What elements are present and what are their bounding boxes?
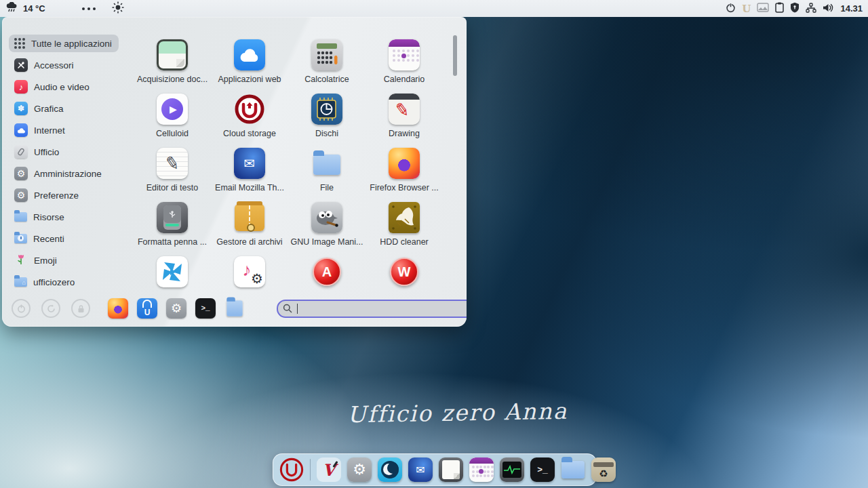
menu-scrollbar[interactable]	[453, 35, 457, 76]
thunderbird-icon: ✉	[234, 148, 265, 179]
sidebar-item-emoji[interactable]: Emoji	[9, 251, 64, 269]
app-label: Gestore di archivi	[216, 237, 282, 247]
music-config-icon: ♪⚙	[234, 256, 265, 287]
shutdown-button[interactable]	[12, 299, 31, 318]
volume-icon[interactable]	[823, 3, 834, 15]
app-label: Drawing	[389, 129, 420, 138]
sidebar-item-preferenze[interactable]: ⚙ Preferenze	[9, 186, 85, 204]
app-item-thunderbird[interactable]: ✉ Email Mozilla Th...	[211, 148, 288, 202]
app-label: Calendario	[384, 75, 425, 84]
firefox-icon	[389, 148, 420, 179]
document-scanner-icon	[157, 39, 188, 70]
recent-folder-icon	[14, 234, 27, 243]
app-label: Formatta penna ...	[138, 237, 207, 247]
sidebar-item-risorse[interactable]: Risorse	[9, 208, 71, 226]
web-apps-cloud-icon	[234, 39, 265, 70]
uz-writer-dock-icon[interactable]: V	[317, 458, 341, 482]
tulip-icon	[14, 253, 28, 267]
sidebar-item-internet[interactable]: Internet	[9, 121, 72, 139]
thunderbird-dock-icon[interactable]: ✉	[408, 458, 433, 482]
archive-zip-folder-icon	[234, 202, 265, 233]
wallpaper-tray-icon[interactable]	[757, 3, 769, 14]
sidebar-item-label: Ufficio	[34, 147, 59, 157]
terminal-dock-icon[interactable]: >_	[530, 458, 555, 482]
app-item-cloud-storage[interactable]: Cloud storage	[211, 94, 288, 148]
weather-rain-cloud-icon[interactable]	[5, 2, 19, 15]
usb-formatter-icon	[157, 202, 188, 233]
security-shield-icon[interactable]	[790, 2, 800, 15]
sidebar-item-tutte-le-applicazioni[interactable]: Tutte le applicazioni	[9, 35, 119, 52]
trash-dock-icon[interactable]: ♻	[591, 458, 616, 482]
sidebar-item-accessori[interactable]: Accessori	[9, 56, 81, 74]
app-item-editor-di-testo[interactable]: ✎ Editor di testo	[134, 148, 211, 202]
software-store-quick-icon[interactable]: U	[137, 298, 157, 319]
category-sidebar: Tutte le applicazioni Accessori ♪ Audio …	[9, 35, 143, 295]
cloud-icon	[14, 123, 28, 137]
app-label: Celluloid	[156, 129, 189, 138]
menu-bottom-bar: U ⚙ >_	[2, 290, 467, 327]
apps-grid-icon	[14, 38, 25, 49]
restart-button[interactable]	[41, 299, 60, 318]
panel-menu-dots-icon[interactable]	[82, 7, 96, 10]
clipboard-icon[interactable]	[775, 2, 784, 15]
web-browser-dock-icon[interactable]	[378, 458, 402, 482]
app-item-formatta-penna[interactable]: Formatta penna ...	[134, 202, 211, 256]
sidebar-item-grafica[interactable]: ✽ Grafica	[9, 100, 71, 117]
firefox-quick-icon[interactable]	[108, 298, 128, 319]
app-item-calcolatrice[interactable]: Calcolatrice	[288, 39, 366, 94]
network-icon[interactable]	[806, 3, 816, 15]
brightness-sun-icon[interactable]	[112, 1, 124, 16]
app-label: Acquisizione doc...	[137, 75, 208, 84]
app-search-input[interactable]	[277, 300, 467, 318]
disks-chip-icon	[311, 94, 342, 125]
sidebar-item-label: Grafica	[34, 104, 64, 114]
gear-icon: ⚙	[14, 167, 28, 180]
app-item-file[interactable]: File	[288, 148, 366, 202]
shutter-player-icon	[157, 256, 188, 287]
calendar-dock-icon[interactable]	[469, 458, 494, 482]
settings-quick-icon[interactable]: ⚙	[166, 298, 186, 319]
sidebar-item-recenti[interactable]: Recenti	[9, 230, 71, 247]
lock-screen-button[interactable]	[71, 299, 90, 318]
sidebar-item-label: Emoji	[34, 256, 57, 266]
text-cursor	[297, 304, 298, 314]
sidebar-item-label: Amministrazione	[34, 169, 102, 179]
app-item-acquisizione[interactable]: Acquisizione doc...	[134, 39, 211, 94]
app-item-applicazioni-web[interactable]: Applicazioni web	[211, 39, 288, 94]
app-item-hdd-cleaner[interactable]: HDD cleaner	[366, 202, 443, 256]
settings-dock-icon[interactable]: ⚙	[347, 458, 372, 482]
app-label: Applicazioni web	[218, 75, 281, 84]
top-panel: 14 °C U 14	[0, 0, 868, 17]
app-item-dischi[interactable]: Dischi	[288, 94, 366, 148]
app-item-calendario[interactable]: Calendario	[366, 39, 443, 94]
app-item-gestore-archivi[interactable]: Gestore di archivi	[211, 202, 288, 256]
flower-icon: ✽	[14, 102, 28, 115]
sidebar-item-amministrazione[interactable]: ⚙ Amministrazione	[9, 165, 108, 182]
sidebar-item-ufficio[interactable]: Ufficio	[9, 143, 66, 161]
app-item-firefox[interactable]: Firefox Browser ...	[366, 148, 443, 202]
hdd-cleaner-icon	[389, 202, 420, 233]
sidebar-item-audio-e-video[interactable]: ♪ Audio e video	[9, 78, 96, 96]
sidebar-item-label: Accessori	[34, 60, 74, 70]
files-quick-icon[interactable]	[224, 298, 245, 319]
sidebar-item-ufficiozero[interactable]: ⌂ ufficiozero	[9, 273, 81, 291]
music-note-icon: ♪	[14, 80, 28, 94]
app-label: Email Mozilla Th...	[215, 183, 284, 192]
calculator-icon	[311, 39, 342, 70]
search-icon	[283, 304, 292, 316]
terminal-quick-icon[interactable]: >_	[195, 298, 216, 319]
sidebar-item-label: Risorse	[33, 212, 64, 222]
app-label: Calcolatrice	[304, 75, 349, 84]
clock[interactable]: 14.31	[840, 3, 863, 14]
weather-temperature[interactable]: 14 °C	[23, 3, 45, 14]
app-item-gimp[interactable]: GNU Image Mani...	[288, 202, 366, 256]
sidebar-item-label: Audio e video	[34, 82, 90, 92]
ufficiozero-tray-icon[interactable]: U	[742, 3, 751, 15]
power-icon[interactable]	[726, 3, 736, 15]
app-item-drawing[interactable]: ✎ Drawing	[366, 94, 443, 148]
text-editor-dock-icon[interactable]	[439, 458, 463, 482]
files-dock-icon[interactable]	[561, 458, 585, 482]
system-monitor-dock-icon[interactable]	[500, 458, 524, 482]
app-item-celluloid[interactable]: ▶ Celluloid	[134, 94, 211, 148]
ufficiozero-menu-button[interactable]	[279, 458, 304, 482]
